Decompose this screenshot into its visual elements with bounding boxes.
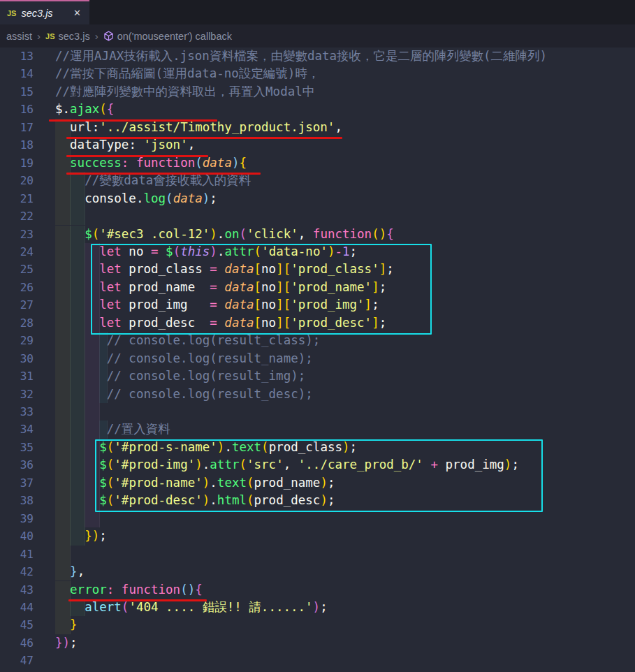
editor[interactable]: 13//運用AJAX技術載入.json資料檔案，由變數data接收，它是二層的陣… [0,0,635,672]
indent-stripe [70,403,85,421]
code-line[interactable]: 22 [0,207,635,225]
code-line[interactable]: 43 error: function(){ [0,581,635,599]
code-text: } [55,616,78,634]
code-line[interactable]: 33 [0,403,635,421]
code-line[interactable]: 13//運用AJAX技術載入.json資料檔案，由變數data接收，它是二層的陣… [0,48,635,65]
breadcrumb-item-file[interactable]: sec3.js [59,31,90,42]
code-text: // console.log(result_class); [55,332,320,349]
code-text: console.log(data); [55,190,217,207]
breadcrumb-item-symbol[interactable]: on('mouseenter') callback [117,31,232,42]
breadcrumb-item-assist[interactable]: assist [6,31,32,42]
code-line[interactable]: 45 } [0,616,635,634]
chevron-right-icon: › [37,30,41,42]
indent-stripe [55,403,71,421]
chevron-right-icon: › [95,30,98,42]
js-file-icon: JS [45,32,54,41]
code-line[interactable]: 47 [0,652,635,669]
code-line[interactable]: 34 //置入資料 [0,421,635,438]
annotation-underline [68,599,207,601]
code-text: // console.log(result_name); [55,350,313,367]
line-number[interactable]: 25 [0,261,34,278]
code-line[interactable]: 40 }); [0,527,635,545]
line-number[interactable]: 16 [0,101,34,118]
annotation-box [95,439,543,512]
line-number[interactable]: 19 [0,154,34,172]
line-number[interactable]: 26 [0,279,34,296]
code-line[interactable]: 16$.ajax({ [0,101,635,118]
code-line[interactable]: 30 // console.log(result_name); [0,350,635,367]
line-number[interactable]: 31 [0,367,34,385]
indent-stripe [55,207,71,225]
indent-stripe [85,403,100,421]
tab-close-icon[interactable]: ✕ [72,7,82,19]
line-number[interactable]: 30 [0,350,34,367]
indent-stripe [70,510,85,527]
code-text: }); [55,634,78,652]
tab-sec3js[interactable]: JS sec3.js ✕ [0,0,89,24]
line-number[interactable]: 21 [0,190,34,207]
code-text: $.ajax({ [55,101,114,118]
line-number[interactable]: 27 [0,296,34,314]
code-text: }, [55,563,85,580]
code-text: //置入資料 [55,421,170,438]
line-number[interactable]: 43 [0,581,34,599]
line-number[interactable]: 33 [0,403,34,421]
code-line[interactable]: 23 $('#sec3 .col-12').on('click', functi… [0,226,635,243]
annotation-underline [66,173,261,175]
symbol-cube-icon [103,31,114,43]
line-number[interactable]: 28 [0,314,34,332]
line-number[interactable]: 22 [0,207,34,225]
line-number[interactable]: 15 [0,83,34,101]
code-text: dataType: 'json', [55,136,195,154]
line-number[interactable]: 32 [0,386,34,403]
line-number[interactable]: 18 [0,136,34,154]
code-line[interactable]: 15//對應陣列變數中的資料取出，再置入Modal中 [0,83,635,101]
code-line[interactable]: 32 // console.log(result_desc); [0,386,635,403]
js-file-icon: JS [7,9,16,17]
line-number[interactable]: 36 [0,456,34,474]
indent-stripe [85,510,100,527]
line-number[interactable]: 45 [0,616,34,634]
code-text: }); [55,527,107,545]
line-number[interactable]: 20 [0,172,34,189]
line-number[interactable]: 46 [0,634,34,652]
indent-stripe [55,546,71,563]
line-number[interactable]: 35 [0,439,34,456]
annotation-underline [49,119,217,122]
code-text: //運用AJAX技術載入.json資料檔案，由變數data接收，它是二層的陣列變… [55,48,547,65]
tab-title: sec3.js [21,8,52,19]
vscode-window: 13//運用AJAX技術載入.json資料檔案，由變數data接收，它是二層的陣… [0,0,635,672]
code-text: error: function(){ [55,581,203,599]
code-line[interactable]: 29 // console.log(result_class); [0,332,635,349]
code-text: //對應陣列變數中的資料取出，再置入Modal中 [55,83,314,101]
annotation-underline [66,155,208,157]
line-number[interactable]: 41 [0,546,34,563]
code-line[interactable]: 14//當按下商品縮圖(運用data-no設定編號)時， [0,65,635,82]
line-number[interactable]: 14 [0,65,34,82]
code-line[interactable]: 46}); [0,634,635,652]
line-number[interactable]: 38 [0,492,34,509]
line-number[interactable]: 23 [0,226,34,243]
code-line[interactable]: 42 }, [0,563,635,580]
code-line[interactable]: 41 [0,546,635,563]
line-number[interactable]: 17 [0,119,34,136]
code-text: $('#sec3 .col-12').on('click', function(… [55,226,394,243]
line-number[interactable]: 34 [0,421,34,438]
line-number[interactable]: 47 [0,652,34,669]
line-number[interactable]: 13 [0,48,34,65]
annotation-underline [66,137,342,139]
code-text: //當按下商品縮圖(運用data-no設定編號)時， [55,65,319,82]
line-number[interactable]: 40 [0,527,34,545]
annotation-box [91,244,432,334]
line-number[interactable]: 37 [0,474,34,492]
code-text: // console.log(result_desc); [55,386,313,403]
line-number[interactable]: 44 [0,599,34,616]
line-number[interactable]: 42 [0,563,34,580]
code-line[interactable]: 39 [0,510,635,527]
code-line[interactable]: 18 dataType: 'json', [0,136,635,154]
line-number[interactable]: 24 [0,243,34,261]
line-number[interactable]: 39 [0,510,34,527]
code-line[interactable]: 31 // console.log(result_img); [0,367,635,385]
line-number[interactable]: 29 [0,332,34,349]
code-line[interactable]: 21 console.log(data); [0,190,635,207]
